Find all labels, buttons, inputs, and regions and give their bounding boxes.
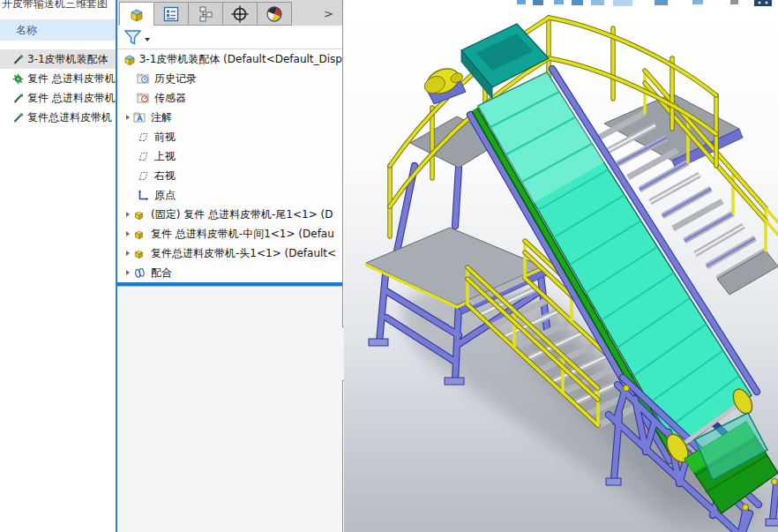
tree-item-annotations[interactable]: 注解 [117,108,342,127]
annotations-folder-icon [133,111,146,124]
mates-paperclip-icon [133,266,146,280]
tree-item-label: 复件总进料皮带机-头1<1> (Default< [151,246,336,261]
tree-item-history[interactable]: 历史记录 [117,69,342,88]
expand-arrow-icon[interactable] [123,212,133,217]
tree-empty-area [117,287,342,532]
conveyor-3d-model [344,0,778,532]
drive-motor [421,63,467,104]
displaymanager-icon [265,4,284,24]
file-list-item[interactable]: 3-1皮带机装配体 [0,49,116,69]
tree-item-label: (固定) 复件 总进料皮带机-尾1<1> (D [151,207,333,222]
expand-arrow-icon[interactable] [123,270,133,275]
filter-button[interactable] [117,28,150,47]
featuremanager-tree-icon [127,4,146,24]
file-list-item[interactable]: 复件 总进料皮带机 [0,69,116,88]
file-name: 复件总进料皮带机 [27,110,112,125]
background-file-window: 开皮带输送机三维套图 名称 3-1皮带机装配体 复件 总进料皮带机 [0,0,116,532]
file-list: 3-1皮带机装配体 复件 总进料皮带机 复件 总进料皮带机 [0,49,116,127]
tab-featuremanager[interactable] [119,2,154,26]
file-list-header-name: 名称 [0,19,116,41]
tree-item-label: 传感器 [154,91,186,106]
tree-filter-row [117,26,342,49]
part-document-icon [12,54,24,65]
tab-dimxpertmanager[interactable] [222,2,258,26]
configurationmanager-icon [196,4,215,24]
graphics-area[interactable] [344,0,778,532]
file-list-item[interactable]: 复件总进料皮带机 [0,108,116,127]
featuremanager-panel: > 3-1皮带机装配体 (Default<Default_Disp [117,0,343,532]
filter-funnel-icon [123,28,144,47]
tree-item-label: 前视 [154,130,176,145]
plane-icon [137,150,150,163]
tree-item-label: 上视 [154,149,176,164]
filter-input[interactable] [150,27,342,47]
plane-icon [137,131,150,144]
component-icon [133,247,146,260]
tree-item-label: 右视 [154,169,176,184]
tab-propertymanager[interactable] [153,2,189,26]
component-icon [133,208,146,221]
tree-item-mates[interactable]: 配合 [117,263,342,282]
part-document-icon [12,112,24,124]
file-list-item[interactable]: 复件 总进料皮带机 [0,88,116,108]
dimxpertmanager-icon [230,4,250,24]
sensors-folder-icon [137,92,150,105]
feature-tree: 3-1皮带机装配体 (Default<Default_Disp 历史记录 传感器 [117,49,342,282]
plane-icon [137,169,150,183]
tab-configurationmanager[interactable] [188,2,223,26]
history-folder-icon [137,72,150,86]
background-window-title: 开皮带输送机三维套图 [2,0,108,11]
headsup-toolbar-cropped[interactable] [517,0,772,6]
tree-item-component-middle[interactable]: 复件 总进料皮带机-中间1<1> (Defau [117,224,342,244]
featuremanager-tabbar: > [117,0,342,26]
file-name: 复件 总进料皮带机 [27,91,116,106]
component-green-icon [12,73,24,85]
tree-item-right-plane[interactable]: 右视 [117,166,342,185]
tree-item-label: 配合 [151,266,172,281]
tree-item-component-head[interactable]: 复件总进料皮带机-头1<1> (Default< [117,244,342,263]
tree-item-front-plane[interactable]: 前视 [117,127,342,146]
tree-item-sensors[interactable]: 传感器 [117,88,342,108]
tree-item-label: 原点 [154,188,176,203]
propertymanager-icon [161,4,181,24]
tree-item-label: 注解 [151,110,172,125]
part-document-icon [12,93,24,104]
tree-item-origin[interactable]: 原点 [117,185,342,205]
tabbar-overflow-button[interactable]: > [292,2,342,26]
expand-arrow-icon[interactable] [123,115,133,120]
expand-arrow-icon[interactable] [123,231,133,236]
expand-arrow-icon[interactable] [123,251,133,256]
tab-displaymanager[interactable] [257,2,292,26]
tree-item-label: 复件 总进料皮带机-中间1<1> (Defau [151,227,334,242]
file-name: 3-1皮带机装配体 [27,52,108,67]
tree-root-label: 3-1皮带机装配体 (Default<Default_Disp [139,52,342,67]
file-name: 复件 总进料皮带机 [27,71,116,86]
origin-icon [137,189,150,202]
tree-item-component-tail[interactable]: (固定) 复件 总进料皮带机-尾1<1> (D [117,205,342,224]
tree-item-label: 历史记录 [154,71,197,86]
assembly-icon [123,52,135,66]
component-icon [133,228,146,241]
tree-item-top-plane[interactable]: 上视 [117,146,342,166]
tree-root-assembly[interactable]: 3-1皮带机装配体 (Default<Default_Disp [117,49,342,69]
